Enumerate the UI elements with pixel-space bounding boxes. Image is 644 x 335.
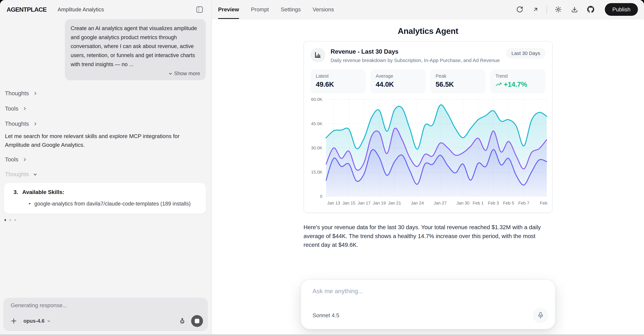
refresh-icon[interactable] — [516, 6, 523, 13]
app-logo: AGENTPLACE — [6, 6, 46, 13]
user-prompt-bubble: Create an AI analytics agent that visual… — [65, 19, 206, 80]
open-in-new-icon[interactable] — [532, 6, 539, 12]
chevron-down-icon — [47, 319, 50, 323]
svg-text:Jan 24: Jan 24 — [411, 201, 424, 206]
svg-text:Jan 30: Jan 30 — [456, 201, 470, 206]
attach-plus-icon[interactable] — [11, 318, 17, 324]
revenue-chart-card: Revenue - Last 30 Days Daily revenue bre… — [304, 41, 552, 213]
stat-latest: Latest 49.6K — [310, 69, 366, 93]
ask-input[interactable] — [312, 288, 485, 295]
svg-text:Feb 1: Feb 1 — [473, 201, 484, 206]
preview-body: Analytics Agent Revenue - Last 30 Days D… — [212, 19, 644, 334]
thoughts-section-collapsed[interactable]: Thoughts — [5, 120, 212, 127]
ask-composer[interactable]: Sonnet 4.5 — [300, 280, 555, 329]
tools-section-collapsed[interactable]: Tools — [5, 105, 212, 112]
thoughts-section-collapsed[interactable]: Thoughts — [5, 90, 212, 97]
chevron-down-icon — [168, 72, 172, 76]
header-actions: Publish — [516, 3, 638, 16]
bar-chart-icon — [310, 48, 325, 62]
download-icon[interactable] — [571, 6, 578, 13]
chart-subtitle: Daily revenue breakdown by Subscription,… — [330, 58, 500, 63]
svg-text:60.0K: 60.0K — [311, 97, 322, 102]
svg-text:15.0K: 15.0K — [311, 170, 322, 175]
svg-text:Feb 10: Feb 10 — [540, 201, 549, 206]
svg-text:Feb 3: Feb 3 — [488, 201, 499, 206]
typing-indicator — [4, 219, 212, 221]
chat-scroll-area: Create an AI analytics agent that visual… — [0, 19, 212, 334]
list-item: • google-analytics from davila7/claude-c… — [29, 201, 199, 207]
svg-text:Jan 13: Jan 13 — [327, 201, 340, 206]
stat-peak: Peak 56.5K — [430, 69, 486, 93]
svg-text:Feb 5: Feb 5 — [503, 201, 514, 206]
tools-section-collapsed[interactable]: Tools — [5, 156, 212, 163]
github-icon[interactable] — [587, 6, 594, 13]
svg-text:Feb 7: Feb 7 — [518, 201, 529, 206]
chat-sidebar: AGENTPLACE Amplitude Analytics Create an… — [0, 0, 212, 334]
publish-button[interactable]: Publish — [605, 3, 638, 16]
stop-generating-icon[interactable] — [191, 315, 203, 327]
svg-text:0: 0 — [320, 194, 322, 199]
revenue-chart: 015.0K30.0K45.0K60.0KJan 13Jan 15Jan 17J… — [306, 96, 549, 208]
sidebar-header: AGENTPLACE Amplitude Analytics — [0, 0, 212, 19]
chevron-right-icon — [22, 106, 27, 111]
tab-prompt[interactable]: Prompt — [251, 0, 269, 19]
assistant-message: Let me search for more relevant skills a… — [5, 132, 204, 149]
model-selector[interactable]: opus-4.6 — [24, 318, 51, 324]
stats-row: Latest 49.6K Average 44.0K Peak 56.5K Tr… — [304, 63, 552, 93]
theme-sun-icon[interactable] — [555, 6, 562, 13]
date-range-badge: Last 30 Days — [506, 48, 546, 58]
tab-preview[interactable]: Preview — [218, 0, 239, 19]
tab-versions[interactable]: Versions — [312, 0, 334, 19]
generating-status: Generating response... — [11, 302, 202, 309]
svg-text:45.0K: 45.0K — [311, 121, 322, 126]
chevron-down-icon — [33, 172, 37, 177]
chevron-right-icon — [33, 122, 37, 126]
user-prompt-text: Create an AI analytics agent that visual… — [70, 24, 200, 69]
assistant-summary: Here's your revenue data for the last 30… — [304, 223, 552, 249]
preview-header: Preview Prompt Settings Versions — [212, 0, 644, 19]
stat-trend: Trend +14.7% — [490, 69, 546, 93]
page-title: Analytics Agent — [212, 26, 644, 36]
chart-title: Revenue - Last 30 Days — [330, 48, 500, 55]
svg-text:Jan 15: Jan 15 — [342, 201, 356, 206]
svg-text:30.0K: 30.0K — [311, 145, 322, 150]
chevron-right-icon — [22, 157, 27, 162]
divider — [546, 5, 547, 14]
preview-panel: Preview Prompt Settings Versions — [212, 0, 644, 334]
svg-text:Jan 19: Jan 19 — [373, 201, 386, 206]
app-window: AGENTPLACE Amplitude Analytics Create an… — [0, 0, 644, 335]
skills-heading: 3. Available Skills: — [14, 189, 199, 195]
preview-tabs: Preview Prompt Settings Versions — [218, 0, 334, 19]
project-title: Amplitude Analytics — [58, 6, 104, 13]
stat-average: Average 44.0K — [370, 69, 426, 93]
show-more-button[interactable]: Show more — [70, 71, 200, 76]
sidebar-composer[interactable]: Generating response... opus-4.6 — [3, 298, 208, 331]
svg-text:Jan 21: Jan 21 — [388, 201, 401, 206]
thoughts-content-card: 3. Available Skills: • google-analytics … — [4, 183, 206, 214]
model-selector[interactable]: Sonnet 4.5 — [312, 312, 339, 319]
trending-up-icon — [496, 81, 502, 87]
svg-text:Jan 17: Jan 17 — [358, 201, 370, 206]
svg-text:Jan 27: Jan 27 — [434, 201, 446, 206]
broom-icon[interactable] — [179, 318, 186, 325]
tab-settings[interactable]: Settings — [281, 0, 301, 19]
mic-icon[interactable] — [533, 308, 548, 323]
chevron-right-icon — [33, 91, 37, 96]
panel-toggle-icon[interactable] — [196, 6, 203, 13]
thoughts-section-expanded[interactable]: Thoughts — [5, 171, 212, 178]
